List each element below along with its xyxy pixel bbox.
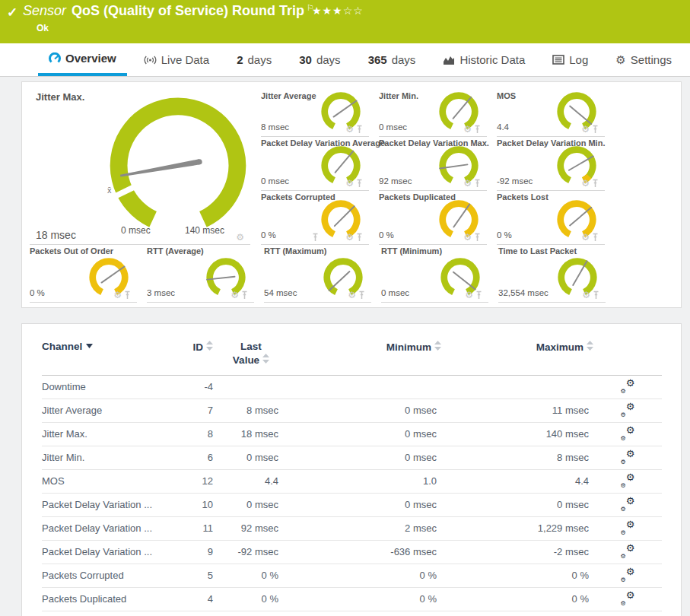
gauge-cell-jitter-max: Jitter Max. x̄ 0 msec 140 msec 18 msec ⚙ bbox=[30, 90, 250, 245]
pin-icon[interactable] bbox=[474, 179, 481, 188]
gauge-settings-gear-icon[interactable]: ⚙ bbox=[113, 291, 122, 300]
channel-last-value: 18 msec bbox=[213, 422, 289, 446]
channel-last-value: 0 % bbox=[213, 587, 289, 611]
priority-stars[interactable]: ★★★☆☆ bbox=[312, 5, 364, 17]
gauge-settings-gear-icon[interactable]: ⚙ bbox=[581, 125, 590, 134]
channel-name: Packet Delay Variation ... bbox=[42, 540, 183, 564]
column-header-id[interactable]: ID bbox=[183, 338, 213, 375]
gauge-cell-rtt-maximum: RTT (Maximum) 54 msec ⚙ bbox=[264, 245, 371, 303]
channel-name: Packets Duplicated bbox=[42, 587, 183, 611]
pin-icon[interactable] bbox=[592, 233, 599, 242]
channel-maximum: 8 msec bbox=[441, 446, 593, 469]
gauge-value: 4.4 bbox=[497, 122, 509, 132]
tab-365-days[interactable]: 365 days bbox=[358, 43, 427, 76]
pin-icon[interactable] bbox=[592, 179, 599, 188]
tab-historic-data[interactable]: Historic Data bbox=[432, 43, 536, 76]
gauge-settings-gear-icon[interactable]: ⚙ bbox=[231, 291, 239, 300]
channel-name: Jitter Average bbox=[42, 398, 183, 422]
page-title: QoS (Quality of Service) Round Trip bbox=[72, 3, 304, 18]
pin-icon[interactable] bbox=[241, 291, 248, 300]
tab-live-data[interactable]: Live Data bbox=[133, 43, 220, 76]
table-row: Packets Duplicated 4 0 % 0 % 0 % ⚙⚙ bbox=[42, 587, 662, 611]
pin-icon[interactable] bbox=[356, 233, 363, 242]
tab-label: days bbox=[392, 53, 416, 66]
channel-settings-gears-icon[interactable]: ⚙⚙ bbox=[621, 450, 635, 463]
gauge-settings-gear-icon[interactable]: ⚙ bbox=[236, 233, 244, 242]
gauge-cell-packets-duplicated: Packets Duplicated 0 % ⚙ bbox=[379, 191, 487, 245]
gauge-settings-gear-icon[interactable]: ⚙ bbox=[465, 291, 473, 300]
channel-last-value: 8 msec bbox=[213, 398, 289, 422]
channel-settings-gears-icon[interactable]: ⚙⚙ bbox=[621, 545, 635, 557]
pin-icon[interactable] bbox=[592, 125, 599, 134]
gauge-title: RTT (Average) bbox=[147, 246, 204, 256]
tab-number: 2 bbox=[237, 53, 243, 66]
channel-name: Jitter Min. bbox=[42, 446, 183, 469]
channel-settings-gears-icon[interactable]: ⚙⚙ bbox=[621, 592, 635, 605]
gauge-cell-packets-out-of-order: Packets Out of Order 0 % ⚙ bbox=[30, 245, 137, 303]
stars-empty[interactable]: ☆☆ bbox=[343, 5, 364, 17]
pin-icon[interactable] bbox=[474, 125, 481, 134]
gauge-settings-gear-icon[interactable]: ⚙ bbox=[582, 291, 590, 300]
gauge-settings-gear-icon[interactable]: ⚙ bbox=[463, 125, 472, 134]
column-header-maximum[interactable]: Maximum bbox=[441, 338, 593, 375]
gauge-min-label: 0 msec bbox=[121, 225, 151, 236]
channel-settings-gears-icon[interactable]: ⚙⚙ bbox=[621, 474, 635, 487]
gauge-value: 54 msec bbox=[264, 288, 297, 297]
tab-label: Settings bbox=[631, 53, 672, 66]
stars-filled[interactable]: ★★★ bbox=[312, 5, 343, 17]
channel-settings-gears-icon[interactable]: ⚙⚙ bbox=[621, 403, 635, 416]
gauge-settings-gear-icon[interactable]: ⚙ bbox=[463, 179, 472, 188]
channel-minimum: 1.0 bbox=[289, 469, 441, 493]
channel-minimum: 0 msec bbox=[289, 398, 441, 422]
channel-name: MOS bbox=[42, 469, 183, 493]
channel-settings-gears-icon[interactable]: ⚙⚙ bbox=[621, 379, 635, 392]
gauge-cell-packets-lost: Packets Lost 0 % ⚙ bbox=[497, 191, 605, 245]
pin-icon[interactable] bbox=[593, 291, 599, 300]
gauge-value: 0 % bbox=[497, 230, 512, 240]
gauge-settings-gear-icon[interactable]: ⚙ bbox=[345, 179, 354, 188]
channel-last-value: 92 msec bbox=[213, 516, 289, 540]
gauge-settings-gear-icon[interactable]: ⚙ bbox=[345, 233, 354, 242]
channel-maximum: 0 % bbox=[441, 587, 593, 611]
gauge-dial bbox=[106, 90, 250, 234]
gauge-title: RTT (Maximum) bbox=[264, 246, 327, 256]
tab-number: 365 bbox=[368, 53, 387, 66]
channel-table-panel: Channel ID Last Value Minimum Maximum bbox=[21, 323, 682, 616]
channel-settings-gears-icon[interactable]: ⚙⚙ bbox=[621, 521, 635, 534]
pin-icon[interactable] bbox=[356, 179, 363, 188]
gauge-value: 0 msec bbox=[381, 288, 409, 297]
pin-icon[interactable] bbox=[124, 291, 131, 300]
gauge-settings-gear-icon[interactable]: ⚙ bbox=[348, 291, 356, 300]
tab-settings[interactable]: ⚙ Settings bbox=[605, 43, 682, 76]
channel-settings-gears-icon[interactable]: ⚙⚙ bbox=[621, 568, 635, 581]
tab-2-days[interactable]: 2 days bbox=[226, 43, 282, 76]
pin-icon[interactable] bbox=[474, 233, 481, 242]
column-header-last-value[interactable]: Last Value bbox=[213, 338, 289, 375]
gauge-value: 8 msec bbox=[261, 122, 289, 132]
sort-icon bbox=[434, 341, 441, 351]
pin-icon[interactable] bbox=[358, 291, 365, 300]
channel-name: Packet Delay Variation ... bbox=[42, 516, 183, 540]
column-header-channel[interactable]: Channel bbox=[42, 338, 183, 375]
gauge-value: 0 % bbox=[261, 230, 276, 240]
channel-settings-gears-icon[interactable]: ⚙⚙ bbox=[621, 427, 635, 440]
channel-maximum: 11 msec bbox=[441, 398, 593, 422]
gauge-cell-jitter-min: Jitter Min. 0 msec ⚙ bbox=[379, 90, 487, 137]
channel-name: Packet Delay Variation ... bbox=[42, 493, 183, 516]
tab-overview[interactable]: Overview bbox=[38, 43, 127, 76]
pin-icon[interactable] bbox=[475, 291, 482, 300]
gauge-value: 18 msec bbox=[36, 229, 76, 241]
gauge-settings-gear-icon[interactable]: ⚙ bbox=[345, 125, 354, 134]
column-header-minimum[interactable]: Minimum bbox=[289, 338, 441, 375]
status-badge: Ok bbox=[37, 23, 49, 33]
gear-icon: ⚙ bbox=[615, 54, 625, 65]
gauge-settings-gear-icon[interactable]: ⚙ bbox=[581, 233, 590, 242]
channel-last-value: 0 % bbox=[213, 564, 289, 587]
channel-id: 12 bbox=[183, 469, 213, 493]
tab-log[interactable]: Log bbox=[542, 43, 599, 76]
pin-icon[interactable] bbox=[356, 125, 363, 134]
channel-settings-gears-icon[interactable]: ⚙⚙ bbox=[621, 497, 635, 510]
gauge-settings-gear-icon[interactable]: ⚙ bbox=[463, 233, 472, 242]
tab-30-days[interactable]: 30 days bbox=[288, 43, 351, 76]
gauge-settings-gear-icon[interactable]: ⚙ bbox=[581, 179, 590, 188]
